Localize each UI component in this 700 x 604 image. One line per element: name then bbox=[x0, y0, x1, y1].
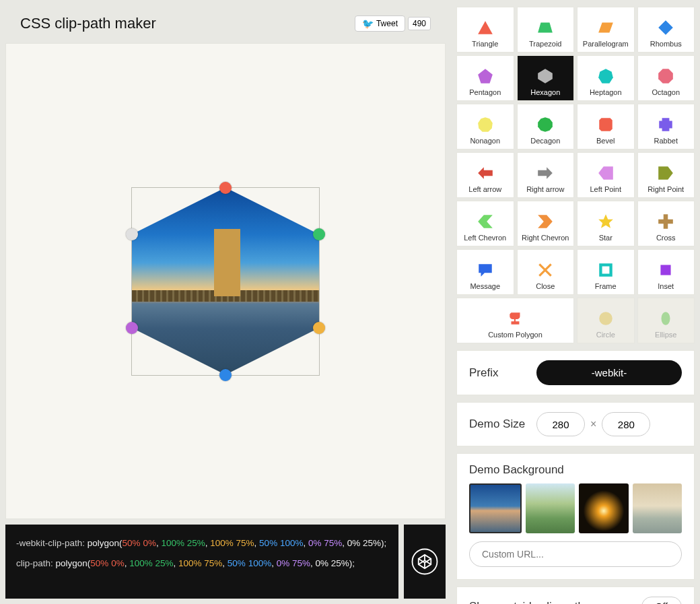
handle-4[interactable] bbox=[219, 369, 232, 381]
triangle-icon bbox=[477, 18, 494, 37]
shape-label: Left Chevron bbox=[464, 234, 506, 242]
custom-url-input[interactable] bbox=[469, 541, 682, 567]
shape-message[interactable]: Message bbox=[456, 249, 514, 295]
message-icon bbox=[477, 261, 494, 279]
rpoint-icon bbox=[657, 164, 674, 182]
shape-left-arrow[interactable]: Left arrow bbox=[456, 152, 514, 198]
shape-label: Circle bbox=[596, 331, 615, 339]
handle-2[interactable] bbox=[313, 228, 325, 240]
outside-section: Show outside clip-path Off bbox=[456, 586, 695, 604]
svg-marker-18 bbox=[538, 215, 553, 228]
shape-label: Frame bbox=[595, 282, 617, 290]
handle-6[interactable] bbox=[126, 228, 138, 240]
shape-custom-polygon[interactable]: Custom Polygon bbox=[456, 298, 574, 343]
shape-right-point[interactable]: Right Point bbox=[637, 152, 695, 198]
custom-icon bbox=[507, 309, 524, 328]
svg-marker-5 bbox=[478, 69, 493, 83]
shape-star[interactable]: Star bbox=[577, 201, 635, 246]
svg-marker-19 bbox=[598, 214, 613, 228]
svg-marker-12 bbox=[660, 118, 673, 131]
pentagon-icon bbox=[477, 67, 494, 86]
rabbet-icon bbox=[657, 115, 674, 134]
svg-marker-9 bbox=[478, 117, 493, 132]
width-input[interactable] bbox=[536, 412, 585, 436]
rchev-icon bbox=[536, 212, 554, 231]
shape-rhombus[interactable]: Rhombus bbox=[637, 7, 695, 53]
shape-parallelogram[interactable]: Parallelogram bbox=[577, 7, 635, 53]
outside-toggle[interactable]: Off bbox=[641, 597, 682, 604]
parallelogram-icon bbox=[597, 18, 615, 37]
shape-trapezoid[interactable]: Trapezoid bbox=[517, 7, 575, 53]
clip-canvas[interactable] bbox=[5, 43, 446, 519]
shape-cross[interactable]: Cross bbox=[637, 201, 695, 246]
handle-3[interactable] bbox=[313, 322, 325, 334]
svg-marker-16 bbox=[658, 166, 673, 180]
shape-label: Hexagon bbox=[530, 88, 560, 96]
bg-thumb-1[interactable] bbox=[469, 483, 522, 533]
handle-5[interactable] bbox=[126, 322, 138, 334]
svg-marker-17 bbox=[478, 215, 493, 228]
codepen-icon bbox=[411, 547, 439, 576]
shape-heptagon[interactable]: Heptagon bbox=[577, 55, 635, 101]
svg-point-0 bbox=[413, 549, 438, 574]
shape-octagon[interactable]: Octagon bbox=[637, 55, 695, 101]
shape-decagon[interactable]: Decagon bbox=[517, 104, 575, 149]
close-icon bbox=[536, 261, 554, 279]
times-symbol: × bbox=[590, 418, 596, 430]
shape-label: Rhombus bbox=[650, 40, 682, 48]
shape-left-chevron[interactable]: Left Chevron bbox=[456, 201, 514, 246]
ellipse-icon bbox=[657, 309, 674, 328]
shape-close[interactable]: Close bbox=[517, 249, 575, 295]
trapezoid-icon bbox=[536, 18, 554, 37]
shape-label: Inset bbox=[658, 282, 674, 290]
size-label: Demo Size bbox=[469, 417, 536, 431]
shape-rabbet[interactable]: Rabbet bbox=[637, 104, 695, 149]
demo-box bbox=[131, 187, 320, 376]
bg-thumb-4[interactable] bbox=[633, 483, 682, 533]
tweet-button[interactable]: 🐦 Tweet bbox=[355, 15, 405, 32]
shape-label: Right arrow bbox=[526, 185, 564, 193]
lpoint-icon bbox=[597, 164, 615, 182]
page-title: CSS clip-path maker bbox=[20, 15, 156, 32]
nonagon-icon bbox=[477, 115, 494, 134]
shape-frame[interactable]: Frame bbox=[577, 249, 635, 295]
decagon-icon bbox=[536, 115, 554, 134]
shape-label: Pentagon bbox=[469, 88, 501, 96]
prefix-label: Prefix bbox=[469, 366, 536, 380]
svg-marker-15 bbox=[598, 166, 613, 180]
svg-marker-6 bbox=[538, 69, 553, 83]
lchev-icon bbox=[477, 212, 494, 231]
circle-icon bbox=[597, 309, 615, 328]
shape-right-chevron[interactable]: Right Chevron bbox=[517, 201, 575, 246]
prefix-toggle[interactable]: -webkit- bbox=[536, 360, 682, 385]
shape-label: Nonagon bbox=[470, 137, 500, 145]
shape-label: Right Chevron bbox=[522, 234, 569, 242]
shape-right-arrow[interactable]: Right arrow bbox=[517, 152, 575, 198]
height-input[interactable] bbox=[602, 412, 650, 436]
bg-thumb-3[interactable] bbox=[579, 483, 629, 533]
bg-thumb-2[interactable] bbox=[526, 483, 575, 533]
outside-label: Show outside clip-path bbox=[469, 600, 641, 604]
svg-point-21 bbox=[599, 312, 612, 325]
shape-label: Parallelogram bbox=[583, 40, 629, 48]
shape-nonagon[interactable]: Nonagon bbox=[456, 104, 514, 149]
shape-hexagon[interactable]: Hexagon bbox=[517, 55, 575, 101]
shape-label: Left arrow bbox=[468, 185, 501, 193]
shape-label: Close bbox=[536, 282, 555, 290]
bevel-icon bbox=[597, 115, 615, 134]
larrow-icon bbox=[477, 164, 494, 182]
shape-label: Custom Polygon bbox=[488, 331, 542, 339]
svg-marker-2 bbox=[538, 22, 553, 32]
code-output[interactable]: -webkit-clip-path: polygon(50% 0%, 100% … bbox=[5, 525, 398, 599]
shape-bevel[interactable]: Bevel bbox=[577, 104, 635, 149]
shape-pentagon[interactable]: Pentagon bbox=[456, 55, 514, 101]
shape-inset[interactable]: Inset bbox=[637, 249, 695, 295]
handle-1[interactable] bbox=[219, 182, 232, 194]
svg-marker-10 bbox=[538, 117, 553, 132]
star-icon bbox=[597, 212, 615, 231]
codepen-button[interactable] bbox=[404, 525, 446, 599]
svg-marker-11 bbox=[599, 118, 612, 131]
shape-left-point[interactable]: Left Point bbox=[577, 152, 635, 198]
shape-triangle[interactable]: Triangle bbox=[456, 7, 514, 53]
prefix-section: Prefix -webkit- bbox=[456, 350, 695, 395]
